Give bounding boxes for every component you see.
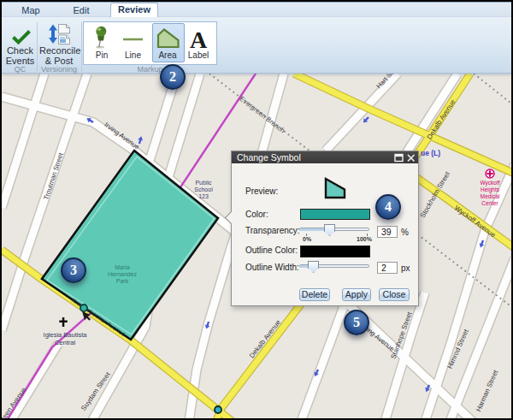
svg-text:A: A (190, 27, 208, 53)
svg-text:Medical: Medical (481, 193, 500, 199)
svg-text:Hernandez: Hernandez (108, 271, 138, 277)
svg-text:Park: Park (116, 278, 129, 284)
svg-text:123: 123 (198, 193, 209, 199)
svg-text:Central: Central (55, 339, 76, 346)
svg-text:ue (L): ue (L) (421, 149, 440, 157)
svg-text:Maria: Maria (115, 264, 130, 270)
svg-text:Wyckoff: Wyckoff (481, 180, 500, 186)
svg-text:Heights: Heights (481, 186, 500, 193)
svg-text:Iglesia Bautista: Iglesia Bautista (44, 331, 88, 339)
svg-text:School: School (194, 186, 213, 192)
svg-text:Center: Center (481, 200, 498, 206)
svg-text:Public: Public (195, 180, 212, 186)
